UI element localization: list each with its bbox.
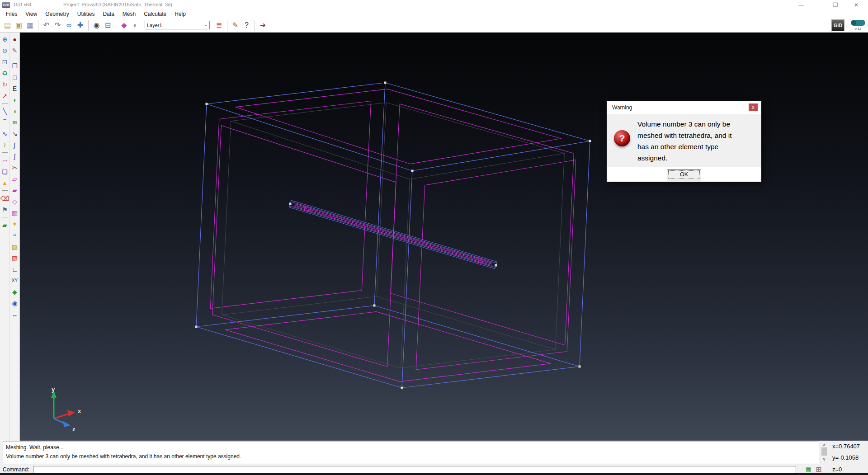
create-object-icon[interactable]: ▲ <box>0 177 9 188</box>
create-volume-icon[interactable]: ❏ <box>0 166 9 177</box>
measure-angle-icon[interactable]: ∟ <box>10 263 19 275</box>
mesh-view-icon[interactable]: ▧ <box>10 252 19 263</box>
quit-door-icon[interactable]: ➔ <box>257 20 269 31</box>
ok-button[interactable]: OK <box>667 169 701 180</box>
curve-point-icon[interactable]: ʃ <box>10 150 19 162</box>
axes-xy-icon[interactable]: XY <box>10 275 19 286</box>
save-project-icon[interactable]: ▦ <box>24 20 36 31</box>
cut-divide-icon[interactable]: ✂ <box>10 162 19 173</box>
edit-surface-3-icon[interactable]: ◇ <box>10 196 19 207</box>
scroll-down-arrow[interactable]: ∨ <box>821 456 827 461</box>
create-spline-icon[interactable]: ∿ <box>0 128 9 139</box>
warning-dialog-titlebar[interactable]: Warning x <box>607 101 761 114</box>
toolbar-separator <box>38 20 38 31</box>
snapshot-camera-icon[interactable]: ◉ <box>91 20 102 31</box>
warning-question-icon: ? <box>614 130 630 146</box>
menu-files[interactable]: Files <box>2 11 21 17</box>
menu-view[interactable]: View <box>21 11 41 17</box>
menu-mesh[interactable]: Mesh <box>118 11 140 17</box>
sheet-pencil-icon[interactable]: ✎ <box>10 45 19 56</box>
toolbar-separator <box>116 20 116 31</box>
close-button[interactable]: ✕ <box>849 0 863 10</box>
select-lines-icon[interactable]: ↘ <box>10 128 19 139</box>
zoom-frame-icon[interactable]: ⊡ <box>0 56 9 67</box>
menu-calculate[interactable]: Calculate <box>140 11 170 17</box>
zoom-next-icon[interactable]: ↷ <box>52 20 63 31</box>
delete-icon[interactable]: ⌫ <box>0 193 9 204</box>
menu-data[interactable]: Data <box>99 11 118 17</box>
copy-entities-icon[interactable]: ❐ <box>10 60 19 71</box>
minimize-button[interactable]: — <box>794 0 808 10</box>
list-entities-icon[interactable]: ▰ <box>0 219 9 230</box>
toolbox-separator <box>2 217 8 217</box>
warning-dialog: Warning x ? Volume number 3 can only bem… <box>607 101 761 182</box>
zoom-previous-icon[interactable]: ↶ <box>41 20 52 31</box>
3d-viewport[interactable]: y x z <box>20 33 868 441</box>
app-icon: GiD <box>2 2 10 8</box>
layers-icon[interactable]: ≣ <box>213 20 225 31</box>
help-icon[interactable]: ? <box>241 20 252 31</box>
axis-triad: y x z <box>42 385 87 433</box>
label-tag-icon[interactable]: ⚑ <box>0 204 9 215</box>
pan-view-icon[interactable]: ✚ <box>75 20 86 31</box>
create-line-icon[interactable]: ╲ <box>0 105 9 117</box>
rotate-view-icon[interactable]: ↻ <box>0 79 9 90</box>
chevron-down-icon: ⌄ <box>204 23 208 27</box>
warning-dialog-footer: OK <box>607 167 761 182</box>
create-arc-icon[interactable]: ⌒ <box>0 117 9 128</box>
pointer-arrow-icon[interactable]: ➚ <box>0 90 9 101</box>
zoom-in-icon[interactable]: ⊕ <box>0 33 9 45</box>
render-diamond-icon[interactable]: ◆ <box>10 286 19 297</box>
edit-surface-1-icon[interactable]: ▱ <box>10 173 19 184</box>
main-toolbar: ▤▣▦↶↷∞✚◉⊟◆◐Layer1⌄≣✎?➔ GiD v.11 <box>0 18 868 33</box>
scroll-up-arrow[interactable]: ∧ <box>821 442 827 447</box>
view-entity-icon[interactable]: ◉ <box>10 297 19 309</box>
print-icon[interactable]: ⊟ <box>102 20 113 31</box>
menu-utilities[interactable]: Utilities <box>73 11 99 17</box>
render-palette-icon[interactable]: ◆ <box>118 20 130 31</box>
open-project-icon[interactable]: ▣ <box>13 20 24 31</box>
new-project-icon[interactable]: ▤ <box>2 20 13 31</box>
view-mode-icon[interactable]: ◐ <box>130 20 141 31</box>
zoom-out-icon[interactable]: ⊖ <box>0 45 9 56</box>
title-bar: GiD GiD x64 Project: Prova3D (SAFIR2016\… <box>0 0 868 10</box>
toolbox-separator <box>2 190 8 191</box>
toolbar-separator <box>88 20 89 31</box>
create-polyline-icon[interactable]: ≀ <box>0 139 9 150</box>
version-toggle-wrap: v.11 <box>851 20 865 31</box>
explode-entities-icon[interactable]: ✶ <box>10 218 19 230</box>
renumber-icon[interactable]: ¹² <box>10 230 19 241</box>
create-point-icon[interactable]: ● <box>10 33 19 45</box>
menu-bar: FilesViewGeometryUtilitiesDataMeshCalcul… <box>0 10 868 18</box>
app-title: GiD x64 <box>14 2 32 7</box>
warning-dialog-body: ? Volume number 3 can only bemeshed with… <box>607 114 761 167</box>
message-scrollbar[interactable]: ∧ ∨ <box>821 442 827 463</box>
menu-help[interactable]: Help <box>170 11 190 17</box>
mesh-quality-icon[interactable]: ▨ <box>10 241 19 252</box>
version-toggle[interactable] <box>851 20 865 26</box>
layer-select[interactable]: Layer1⌄ <box>145 21 210 29</box>
redraw-icon[interactable]: ♻ <box>0 67 9 79</box>
menu-geometry[interactable]: Geometry <box>41 11 73 17</box>
command-input[interactable] <box>33 466 796 473</box>
surface-waves-icon[interactable]: ≋ <box>10 117 19 128</box>
warning-dialog-close-button[interactable]: x <box>749 103 758 111</box>
surface-tool-2-icon[interactable]: ◖ <box>10 105 19 117</box>
comments-pencil-icon[interactable]: ✎ <box>230 20 241 31</box>
dimension-icon[interactable]: ↔ <box>10 309 19 320</box>
render-card-icon[interactable]: ▦ <box>806 466 811 473</box>
edit-surface-mesh-icon[interactable]: ▦ <box>10 207 19 218</box>
zoom-view-icon[interactable]: ∞ <box>63 20 75 31</box>
selection-box-icon[interactable]: □ <box>10 71 19 83</box>
message-log: Meshing. Wait, please...Volume number 3 … <box>3 442 819 464</box>
restore-button[interactable]: ❐ <box>828 0 843 10</box>
surface-tool-1-icon[interactable]: ◗ <box>10 94 19 105</box>
gid-logo-button[interactable]: GiD <box>831 19 844 31</box>
edit-surface-2-icon[interactable]: ▰ <box>10 184 19 196</box>
edit-entities-icon[interactable]: E <box>10 83 19 94</box>
axis-label-x: x <box>78 408 81 414</box>
create-nurbs-surface-icon[interactable]: ▱ <box>0 155 9 166</box>
wireframe-model[interactable] <box>20 33 868 441</box>
scroll-thumb[interactable] <box>821 447 827 456</box>
edit-curve-icon[interactable]: ∫ <box>10 139 19 150</box>
